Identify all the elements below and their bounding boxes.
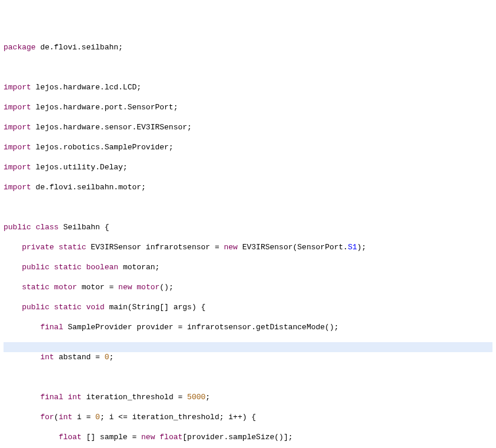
keyword-static: static [54,263,82,272]
keyword-import: import [4,163,31,172]
import-path: lejos.robotics.SampleProvider; [31,143,174,152]
code-line: final int iteration_threshold = 5000; [4,392,492,402]
keyword-static: static [59,243,86,252]
class-name: Seilbahn { [59,223,109,232]
keyword-import: import [4,83,31,92]
keyword-new: new [224,243,238,252]
code-line: static motor motor = new motor(); [4,282,492,292]
keyword-static: static [22,283,49,292]
keyword-class: class [36,223,59,232]
number-literal: 0 [95,413,100,422]
field-decl: EV3IRSensor infrarotsensor = [86,243,224,252]
keyword-package: package [4,43,36,52]
keyword-public: public [22,303,49,312]
keyword-import: import [4,183,31,192]
code-line [4,202,492,212]
type-motor: motor [137,283,159,292]
keyword-public: public [4,223,31,232]
field-name: motoran; [118,263,159,272]
code-line: import lejos.robotics.SampleProvider; [4,142,492,152]
import-path: de.flovi.seilbahn.motor; [31,183,146,192]
keyword-int: int [40,353,54,362]
keyword-final: final [40,323,63,332]
code-line: import lejos.utility.Delay; [4,162,492,172]
keyword-private: private [22,243,54,252]
code-line: public static void main(String[] args) { [4,302,492,312]
code-line: for(int i = 0; i <= iteration_threshold;… [4,412,492,422]
import-path: lejos.utility.Delay; [31,163,128,172]
code-line: private static EV3IRSensor infrarotsenso… [4,242,492,252]
number-literal: 5000 [187,393,205,402]
type-motor: motor [54,283,77,292]
main-signature: main(String[] args) { [105,303,206,312]
code-line: import lejos.hardware.lcd.LCD; [4,82,492,92]
keyword-float: float [159,433,182,442]
code-line [4,372,492,382]
code-line: public static boolean motoran; [4,262,492,272]
enum-constant: S1 [348,243,357,252]
keyword-import: import [4,143,31,152]
keyword-new: new [141,433,155,442]
keyword-void: void [86,303,104,312]
code-line: package de.flovi.seilbahn; [4,42,492,52]
highlighted-line[interactable] [4,342,492,352]
code-line: float [] sample = new float[provider.sam… [4,432,492,442]
keyword-static: static [54,303,82,312]
provider-decl: SampleProvider provider = infrarotsensor… [63,323,338,332]
keyword-new: new [118,283,132,292]
code-line: int abstand = 0; [4,352,492,362]
keyword-import: import [4,123,31,132]
import-path: lejos.hardware.sensor.EV3IRSensor; [31,123,192,132]
keyword-import: import [4,103,31,112]
code-line: public class Seilbahn { [4,222,492,232]
keyword-public: public [22,263,49,272]
code-line: import lejos.hardware.sensor.EV3IRSensor… [4,122,492,132]
code-line [4,62,492,72]
keyword-for: for [40,413,54,422]
import-path: lejos.hardware.port.SensorPort; [31,103,178,112]
keyword-int: int [68,393,81,402]
package-path: de.flovi.seilbahn; [36,43,123,52]
keyword-float: float [59,433,82,442]
code-line: import de.flovi.seilbahn.motor; [4,182,492,192]
keyword-int: int [59,413,72,422]
code-line: final SampleProvider provider = infrarot… [4,322,492,332]
keyword-final: final [40,393,63,402]
code-line: import lejos.hardware.port.SensorPort; [4,102,492,112]
field-decl: motor = [77,283,118,292]
ctor-call: EV3IRSensor(SensorPort. [238,243,348,252]
keyword-boolean: boolean [86,263,118,272]
import-path: lejos.hardware.lcd.LCD; [31,83,141,92]
